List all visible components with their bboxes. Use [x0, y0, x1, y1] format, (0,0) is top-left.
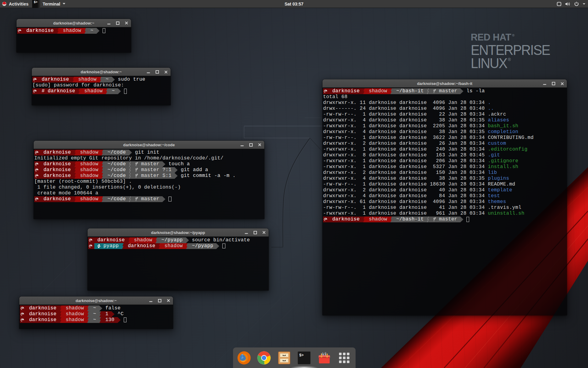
svg-text:$>: $> — [299, 353, 303, 358]
